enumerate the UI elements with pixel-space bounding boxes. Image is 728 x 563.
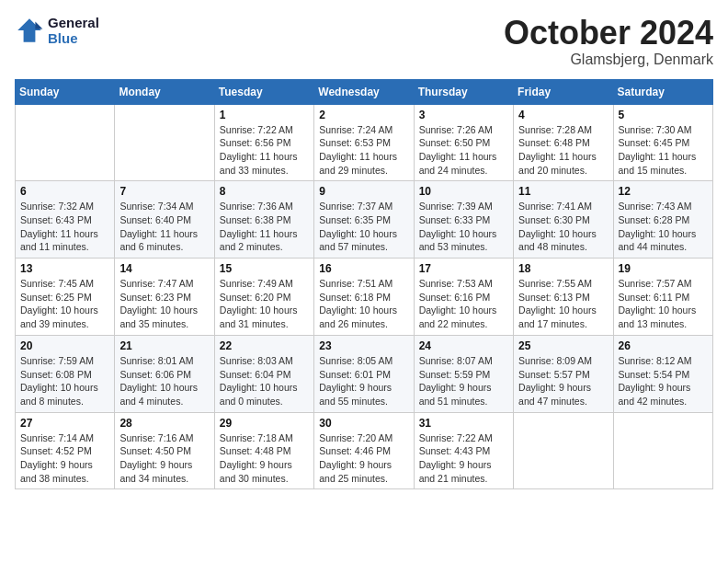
location: Glamsbjerg, Denmark — [504, 52, 713, 68]
calendar-cell: 13Sunrise: 7:45 AM Sunset: 6:25 PM Dayli… — [16, 259, 115, 336]
weekday-header: Saturday — [613, 79, 712, 104]
calendar-cell: 8Sunrise: 7:36 AM Sunset: 6:38 PM Daylig… — [214, 181, 313, 259]
day-info: Sunrise: 7:49 AM Sunset: 6:20 PM Dayligh… — [220, 277, 309, 331]
day-number: 25 — [518, 339, 608, 352]
calendar-table: SundayMondayTuesdayWednesdayThursdayFrid… — [15, 79, 713, 490]
day-number: 23 — [319, 339, 408, 352]
day-info: Sunrise: 8:03 AM Sunset: 6:04 PM Dayligh… — [220, 354, 309, 408]
weekday-header: Thursday — [414, 79, 513, 104]
logo-icon — [15, 16, 44, 45]
calendar-cell: 17Sunrise: 7:53 AM Sunset: 6:16 PM Dayli… — [414, 259, 513, 336]
calendar-cell: 1Sunrise: 7:22 AM Sunset: 6:56 PM Daylig… — [214, 104, 313, 181]
day-info: Sunrise: 8:07 AM Sunset: 5:59 PM Dayligh… — [419, 354, 508, 408]
day-info: Sunrise: 7:57 AM Sunset: 6:11 PM Dayligh… — [619, 277, 708, 331]
day-number: 10 — [419, 185, 508, 198]
day-info: Sunrise: 7:24 AM Sunset: 6:53 PM Dayligh… — [319, 123, 408, 178]
day-info: Sunrise: 7:47 AM Sunset: 6:23 PM Dayligh… — [119, 277, 209, 331]
page-header: General Blue October 2024 Glamsbjerg, De… — [15, 15, 713, 68]
day-number: 6 — [20, 185, 109, 198]
day-info: Sunrise: 7:20 AM Sunset: 4:46 PM Dayligh… — [319, 431, 408, 486]
day-info: Sunrise: 7:16 AM Sunset: 4:50 PM Dayligh… — [119, 431, 209, 486]
calendar-cell: 16Sunrise: 7:51 AM Sunset: 6:18 PM Dayli… — [314, 259, 414, 336]
weekday-header: Monday — [115, 79, 214, 104]
day-number: 9 — [319, 185, 408, 198]
weekday-header: Sunday — [16, 79, 115, 104]
weekday-header: Wednesday — [314, 79, 414, 104]
day-info: Sunrise: 7:22 AM Sunset: 4:43 PM Dayligh… — [419, 431, 508, 486]
day-info: Sunrise: 7:26 AM Sunset: 6:50 PM Dayligh… — [419, 123, 508, 178]
day-number: 30 — [319, 417, 408, 430]
day-info: Sunrise: 7:45 AM Sunset: 6:25 PM Dayligh… — [20, 277, 109, 331]
day-number: 16 — [319, 262, 408, 275]
day-number: 4 — [518, 109, 608, 121]
day-number: 8 — [220, 185, 309, 198]
calendar-cell: 24Sunrise: 8:07 AM Sunset: 5:59 PM Dayli… — [414, 335, 513, 412]
day-info: Sunrise: 7:55 AM Sunset: 6:13 PM Dayligh… — [518, 277, 608, 331]
day-info: Sunrise: 7:36 AM Sunset: 6:38 PM Dayligh… — [220, 200, 309, 254]
month-title: October 2024 — [504, 15, 713, 52]
weekday-header: Friday — [514, 79, 613, 104]
calendar-cell: 3Sunrise: 7:26 AM Sunset: 6:50 PM Daylig… — [414, 104, 513, 181]
day-number: 24 — [419, 339, 508, 352]
day-info: Sunrise: 7:43 AM Sunset: 6:28 PM Dayligh… — [619, 200, 708, 254]
day-number: 7 — [119, 185, 209, 198]
day-info: Sunrise: 7:59 AM Sunset: 6:08 PM Dayligh… — [20, 354, 109, 408]
calendar-cell: 4Sunrise: 7:28 AM Sunset: 6:48 PM Daylig… — [514, 104, 613, 181]
calendar-cell — [514, 412, 613, 489]
day-number: 14 — [119, 262, 209, 275]
calendar-cell: 23Sunrise: 8:05 AM Sunset: 6:01 PM Dayli… — [314, 335, 414, 412]
calendar-cell: 19Sunrise: 7:57 AM Sunset: 6:11 PM Dayli… — [613, 259, 712, 336]
logo: General Blue — [15, 15, 99, 46]
calendar-cell: 18Sunrise: 7:55 AM Sunset: 6:13 PM Dayli… — [514, 259, 613, 336]
day-info: Sunrise: 7:51 AM Sunset: 6:18 PM Dayligh… — [319, 277, 408, 331]
day-info: Sunrise: 8:12 AM Sunset: 5:54 PM Dayligh… — [619, 354, 708, 408]
calendar-cell: 22Sunrise: 8:03 AM Sunset: 6:04 PM Dayli… — [214, 335, 313, 412]
day-number: 26 — [619, 339, 708, 352]
day-number: 3 — [419, 109, 508, 121]
day-number: 21 — [119, 339, 209, 352]
calendar-cell: 25Sunrise: 8:09 AM Sunset: 5:57 PM Dayli… — [514, 335, 613, 412]
calendar-cell: 20Sunrise: 7:59 AM Sunset: 6:08 PM Dayli… — [16, 335, 115, 412]
calendar-week-row: 20Sunrise: 7:59 AM Sunset: 6:08 PM Dayli… — [16, 335, 713, 412]
calendar-week-row: 6Sunrise: 7:32 AM Sunset: 6:43 PM Daylig… — [16, 181, 713, 259]
calendar-cell — [613, 412, 712, 489]
day-number: 15 — [220, 262, 309, 275]
day-number: 28 — [119, 417, 209, 430]
day-info: Sunrise: 7:41 AM Sunset: 6:30 PM Dayligh… — [518, 200, 608, 254]
calendar-cell: 2Sunrise: 7:24 AM Sunset: 6:53 PM Daylig… — [314, 104, 414, 181]
calendar-cell: 15Sunrise: 7:49 AM Sunset: 6:20 PM Dayli… — [214, 259, 313, 336]
calendar-week-row: 1Sunrise: 7:22 AM Sunset: 6:56 PM Daylig… — [16, 104, 713, 181]
calendar-cell: 7Sunrise: 7:34 AM Sunset: 6:40 PM Daylig… — [115, 181, 214, 259]
day-number: 13 — [20, 262, 109, 275]
calendar-cell: 6Sunrise: 7:32 AM Sunset: 6:43 PM Daylig… — [16, 181, 115, 259]
svg-marker-0 — [17, 18, 41, 42]
day-info: Sunrise: 7:30 AM Sunset: 6:45 PM Dayligh… — [619, 123, 708, 178]
calendar-cell: 9Sunrise: 7:37 AM Sunset: 6:35 PM Daylig… — [314, 181, 414, 259]
day-info: Sunrise: 8:09 AM Sunset: 5:57 PM Dayligh… — [518, 354, 608, 408]
calendar-cell: 10Sunrise: 7:39 AM Sunset: 6:33 PM Dayli… — [414, 181, 513, 259]
weekday-header: Tuesday — [214, 79, 313, 104]
calendar-cell: 12Sunrise: 7:43 AM Sunset: 6:28 PM Dayli… — [613, 181, 712, 259]
calendar-cell: 29Sunrise: 7:18 AM Sunset: 4:48 PM Dayli… — [214, 412, 313, 489]
day-info: Sunrise: 7:14 AM Sunset: 4:52 PM Dayligh… — [20, 431, 109, 486]
calendar-cell: 21Sunrise: 8:01 AM Sunset: 6:06 PM Dayli… — [115, 335, 214, 412]
calendar-week-row: 13Sunrise: 7:45 AM Sunset: 6:25 PM Dayli… — [16, 259, 713, 336]
day-number: 22 — [220, 339, 309, 352]
weekday-header-row: SundayMondayTuesdayWednesdayThursdayFrid… — [16, 79, 713, 104]
day-info: Sunrise: 7:28 AM Sunset: 6:48 PM Dayligh… — [518, 123, 608, 178]
day-number: 27 — [20, 417, 109, 430]
day-number: 20 — [20, 339, 109, 352]
day-info: Sunrise: 8:01 AM Sunset: 6:06 PM Dayligh… — [119, 354, 209, 408]
day-info: Sunrise: 7:53 AM Sunset: 6:16 PM Dayligh… — [419, 277, 508, 331]
calendar-cell: 14Sunrise: 7:47 AM Sunset: 6:23 PM Dayli… — [115, 259, 214, 336]
day-number: 1 — [220, 109, 309, 121]
day-number: 5 — [619, 109, 708, 121]
day-number: 18 — [518, 262, 608, 275]
day-number: 29 — [220, 417, 309, 430]
calendar-cell — [115, 104, 214, 181]
day-info: Sunrise: 8:05 AM Sunset: 6:01 PM Dayligh… — [319, 354, 408, 408]
calendar-cell — [16, 104, 115, 181]
calendar-cell: 28Sunrise: 7:16 AM Sunset: 4:50 PM Dayli… — [115, 412, 214, 489]
day-number: 12 — [619, 185, 708, 198]
calendar-cell: 30Sunrise: 7:20 AM Sunset: 4:46 PM Dayli… — [314, 412, 414, 489]
